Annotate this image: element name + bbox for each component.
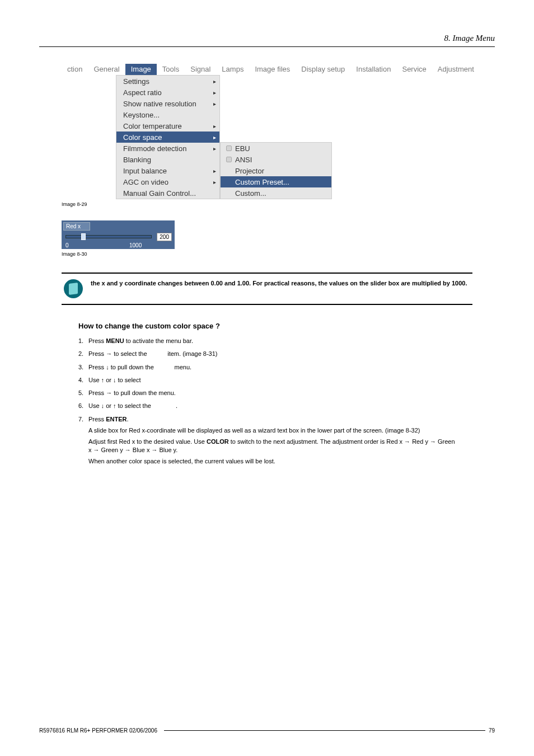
submenu-arrow-icon: ▸ (213, 78, 216, 84)
footer-page: 79 (489, 727, 495, 734)
menubar-item-signal[interactable]: Signal (185, 64, 216, 75)
image-caption-8-29: Image 8-29 (62, 201, 495, 207)
image-menu-item[interactable]: Blanking (116, 154, 219, 165)
color-space-submenu: EBUANSIProjectorCustom Preset...Custom..… (220, 142, 332, 199)
step-2-c: item. (image 8-31) (166, 350, 217, 357)
image-menu-item[interactable]: AGC on video▸ (116, 176, 219, 187)
submenu-arrow-icon: ▸ (213, 168, 216, 174)
note-text: the x and y coordinate changes between 0… (91, 279, 467, 287)
menubar: ctionGeneralImageToolsSignalLampsImage f… (62, 64, 495, 75)
menubar-item-display-setup[interactable]: Display setup (296, 64, 350, 75)
colorspace-submenu-item[interactable]: Projector (221, 165, 331, 176)
image-menu-item[interactable]: Input balance▸ (116, 165, 219, 176)
image-menu-item[interactable]: Manual Gain Control... (116, 187, 219, 199)
step-5: Press → to pull down the menu. (88, 389, 176, 396)
menubar-item-tools[interactable]: Tools (157, 64, 185, 75)
image-menu-item[interactable]: Color temperature▸ (116, 120, 219, 132)
step-3-c: menu. (172, 364, 191, 370)
step-1-c: to activate the menu bar. (124, 337, 194, 344)
footer-rule (164, 730, 485, 731)
page-header-chapter: 8. Image Menu (39, 34, 495, 43)
submenu-arrow-icon: ▸ (213, 123, 216, 129)
page-footer: R5976816 RLM R6+ PERFORMER 02/06/2006 79 (39, 727, 495, 734)
submenu-arrow-icon: ▸ (213, 90, 216, 96)
howto-steps: 1.Press MENU to activate the menu bar. 2… (78, 337, 456, 465)
step-1-a: Press (88, 337, 106, 344)
image-caption-8-30: Image 8-30 (62, 251, 495, 257)
redx-title: Red x (63, 222, 90, 231)
image-menu-item[interactable]: Keystone... (116, 109, 219, 120)
radio-bullet-icon (226, 157, 232, 162)
image-menu-item[interactable]: Settings▸ (116, 76, 219, 87)
menubar-item-image[interactable]: Image (125, 64, 157, 75)
step-7-p1: A slide box for Red x-coordinate will be… (88, 426, 456, 434)
submenu-arrow-icon: ▸ (213, 145, 216, 152)
colorspace-submenu-item[interactable]: Custom... (221, 187, 331, 199)
step-1-bold: MENU (106, 337, 124, 344)
image-menu-item[interactable]: Color space▸ (116, 132, 219, 143)
step-6-c: . (174, 402, 177, 409)
redx-track[interactable] (65, 235, 152, 238)
menubar-item-general[interactable]: General (88, 64, 125, 75)
radio-bullet-icon (226, 145, 232, 151)
step-7-c: . (127, 416, 128, 422)
step-7-bold: ENTER (106, 416, 127, 422)
step-4-a: Use ↑ or ↓ to select (88, 377, 143, 383)
step-7-p2b: COLOR (207, 438, 229, 445)
menu-screenshot: ctionGeneralImageToolsSignalLampsImage f… (62, 64, 495, 199)
footer-left: R5976816 RLM R6+ PERFORMER 02/06/2006 (39, 727, 161, 734)
menubar-item-image-files[interactable]: Image files (249, 64, 296, 75)
submenu-arrow-icon: ▸ (213, 179, 216, 185)
step-6-a: Use ↓ or ↑ to select the (88, 402, 153, 409)
redx-max: 1000 (129, 242, 142, 248)
image-menu-item[interactable]: Show native resolution▸ (116, 98, 219, 109)
redx-slider-box: Red x 200 0 1000 (62, 220, 175, 249)
step-2-a: Press → to select the (88, 350, 149, 357)
submenu-arrow-icon: ▸ (213, 134, 216, 140)
step-3-a: Press ↓ to pull down the (88, 364, 156, 370)
image-menu-item[interactable]: Filmmode detection▸ (116, 143, 219, 154)
colorspace-submenu-item[interactable]: Custom Preset... (221, 176, 331, 187)
howto-heading: How to change the custom color space ? (78, 322, 495, 330)
step-7-p2a: Adjust first Red x to the desired value.… (88, 438, 207, 445)
note-block: the x and y coordinate changes between 0… (62, 273, 472, 305)
note-icon (64, 279, 83, 298)
step-7-a: Press (88, 416, 106, 422)
menubar-item-ction[interactable]: ction (62, 64, 88, 75)
menubar-item-adjustment[interactable]: Adjustment (432, 64, 480, 75)
redx-thumb[interactable] (81, 233, 86, 240)
colorspace-submenu-item[interactable]: EBU (221, 143, 331, 154)
redx-value: 200 (157, 233, 172, 241)
header-rule (39, 46, 495, 47)
menubar-item-lamps[interactable]: Lamps (216, 64, 249, 75)
image-menu-item[interactable]: Aspect ratio▸ (116, 87, 219, 98)
colorspace-submenu-item[interactable]: ANSI (221, 154, 331, 165)
image-dropdown-menu: Settings▸Aspect ratio▸Show native resolu… (116, 75, 220, 199)
step-7-p3: When another color space is selected, th… (88, 457, 456, 465)
menubar-item-installation[interactable]: Installation (350, 64, 396, 75)
menubar-item-service[interactable]: Service (396, 64, 432, 75)
submenu-arrow-icon: ▸ (213, 101, 216, 107)
redx-min: 0 (65, 242, 69, 248)
